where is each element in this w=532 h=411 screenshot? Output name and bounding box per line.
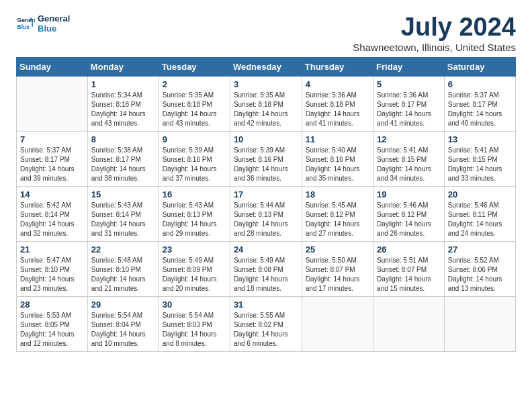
calendar-cell: 31Sunrise: 5:55 AMSunset: 8:02 PMDayligh… bbox=[230, 296, 302, 351]
cell-details: Sunrise: 5:45 AMSunset: 8:12 PMDaylight:… bbox=[306, 201, 369, 238]
calendar-cell: 26Sunrise: 5:51 AMSunset: 8:07 PMDayligh… bbox=[373, 241, 445, 296]
weekday-header-monday: Monday bbox=[87, 57, 159, 76]
day-number: 19 bbox=[377, 189, 441, 199]
day-number: 21 bbox=[20, 244, 84, 255]
calendar-cell: 4Sunrise: 5:36 AMSunset: 8:18 PMDaylight… bbox=[302, 76, 373, 131]
cell-details: Sunrise: 5:39 AMSunset: 8:16 PMDaylight:… bbox=[163, 146, 226, 183]
cell-details: Sunrise: 5:37 AMSunset: 8:17 PMDaylight:… bbox=[448, 91, 512, 128]
day-number: 10 bbox=[234, 134, 298, 144]
day-number: 31 bbox=[234, 300, 298, 310]
day-number: 4 bbox=[306, 79, 369, 89]
cell-details: Sunrise: 5:54 AMSunset: 8:03 PMDaylight:… bbox=[163, 311, 226, 349]
page-subtitle: Shawneetown, Illinois, United States bbox=[353, 42, 516, 53]
weekday-header-friday: Friday bbox=[373, 57, 445, 76]
weekday-header-tuesday: Tuesday bbox=[159, 57, 230, 76]
cell-details: Sunrise: 5:40 AMSunset: 8:16 PMDaylight:… bbox=[306, 146, 369, 183]
calendar-cell: 6Sunrise: 5:37 AMSunset: 8:17 PMDaylight… bbox=[444, 76, 515, 131]
logo-general: General bbox=[38, 13, 70, 24]
day-number: 5 bbox=[377, 79, 441, 89]
cell-details: Sunrise: 5:35 AMSunset: 8:18 PMDaylight:… bbox=[234, 91, 298, 128]
weekday-header-row: SundayMondayTuesdayWednesdayThursdayFrid… bbox=[17, 57, 516, 76]
calendar-cell bbox=[444, 296, 515, 351]
calendar-cell: 15Sunrise: 5:43 AMSunset: 8:14 PMDayligh… bbox=[87, 186, 159, 241]
page-title: July 2024 bbox=[353, 13, 516, 42]
calendar-cell: 13Sunrise: 5:41 AMSunset: 8:15 PMDayligh… bbox=[444, 131, 515, 186]
calendar-cell: 8Sunrise: 5:38 AMSunset: 8:17 PMDaylight… bbox=[87, 131, 159, 186]
day-number: 14 bbox=[20, 189, 84, 199]
calendar-cell: 29Sunrise: 5:54 AMSunset: 8:04 PMDayligh… bbox=[87, 296, 159, 351]
calendar-cell: 1Sunrise: 5:34 AMSunset: 8:18 PMDaylight… bbox=[87, 76, 159, 131]
calendar-cell: 12Sunrise: 5:41 AMSunset: 8:15 PMDayligh… bbox=[373, 131, 445, 186]
cell-details: Sunrise: 5:34 AMSunset: 8:18 PMDaylight:… bbox=[91, 91, 155, 128]
week-row-3: 14Sunrise: 5:42 AMSunset: 8:14 PMDayligh… bbox=[17, 186, 516, 241]
cell-details: Sunrise: 5:47 AMSunset: 8:10 PMDaylight:… bbox=[20, 256, 84, 293]
day-number: 1 bbox=[91, 79, 155, 89]
calendar-cell: 3Sunrise: 5:35 AMSunset: 8:18 PMDaylight… bbox=[230, 76, 302, 131]
week-row-4: 21Sunrise: 5:47 AMSunset: 8:10 PMDayligh… bbox=[17, 241, 516, 296]
day-number: 29 bbox=[91, 300, 155, 310]
calendar-cell: 25Sunrise: 5:50 AMSunset: 8:07 PMDayligh… bbox=[302, 241, 373, 296]
cell-details: Sunrise: 5:35 AMSunset: 8:18 PMDaylight:… bbox=[163, 91, 226, 128]
week-row-2: 7Sunrise: 5:37 AMSunset: 8:17 PMDaylight… bbox=[17, 131, 516, 186]
calendar-cell: 7Sunrise: 5:37 AMSunset: 8:17 PMDaylight… bbox=[17, 131, 88, 186]
cell-details: Sunrise: 5:49 AMSunset: 8:08 PMDaylight:… bbox=[234, 256, 298, 293]
day-number: 22 bbox=[91, 244, 155, 255]
calendar-cell: 19Sunrise: 5:46 AMSunset: 8:12 PMDayligh… bbox=[373, 186, 445, 241]
cell-details: Sunrise: 5:36 AMSunset: 8:18 PMDaylight:… bbox=[306, 91, 369, 128]
cell-details: Sunrise: 5:41 AMSunset: 8:15 PMDaylight:… bbox=[448, 146, 512, 183]
calendar-table: SundayMondayTuesdayWednesdayThursdayFrid… bbox=[16, 57, 516, 352]
calendar-cell: 11Sunrise: 5:40 AMSunset: 8:16 PMDayligh… bbox=[302, 131, 373, 186]
calendar-cell: 30Sunrise: 5:54 AMSunset: 8:03 PMDayligh… bbox=[159, 296, 230, 351]
title-block: July 2024 Shawneetown, Illinois, United … bbox=[353, 13, 516, 53]
cell-details: Sunrise: 5:38 AMSunset: 8:17 PMDaylight:… bbox=[91, 146, 155, 183]
calendar-cell bbox=[302, 296, 373, 351]
calendar-cell: 22Sunrise: 5:48 AMSunset: 8:10 PMDayligh… bbox=[87, 241, 159, 296]
calendar-cell: 2Sunrise: 5:35 AMSunset: 8:18 PMDaylight… bbox=[159, 76, 230, 131]
cell-details: Sunrise: 5:44 AMSunset: 8:13 PMDaylight:… bbox=[234, 201, 298, 238]
cell-details: Sunrise: 5:39 AMSunset: 8:16 PMDaylight:… bbox=[234, 146, 298, 183]
day-number: 3 bbox=[234, 79, 298, 89]
day-number: 17 bbox=[234, 189, 298, 199]
cell-details: Sunrise: 5:52 AMSunset: 8:06 PMDaylight:… bbox=[448, 256, 512, 293]
weekday-header-sunday: Sunday bbox=[17, 57, 88, 76]
day-number: 26 bbox=[377, 244, 441, 255]
day-number: 23 bbox=[163, 244, 226, 255]
cell-details: Sunrise: 5:43 AMSunset: 8:14 PMDaylight:… bbox=[91, 201, 155, 238]
day-number: 6 bbox=[448, 79, 512, 89]
calendar-cell: 20Sunrise: 5:46 AMSunset: 8:11 PMDayligh… bbox=[444, 186, 515, 241]
calendar-cell: 16Sunrise: 5:43 AMSunset: 8:13 PMDayligh… bbox=[159, 186, 230, 241]
day-number: 7 bbox=[20, 134, 84, 144]
cell-details: Sunrise: 5:36 AMSunset: 8:17 PMDaylight:… bbox=[377, 91, 441, 128]
week-row-1: 1Sunrise: 5:34 AMSunset: 8:18 PMDaylight… bbox=[17, 76, 516, 131]
calendar-cell: 27Sunrise: 5:52 AMSunset: 8:06 PMDayligh… bbox=[444, 241, 515, 296]
logo-blue: Blue bbox=[38, 24, 70, 34]
cell-details: Sunrise: 5:51 AMSunset: 8:07 PMDaylight:… bbox=[377, 256, 441, 293]
calendar-cell: 18Sunrise: 5:45 AMSunset: 8:12 PMDayligh… bbox=[302, 186, 373, 241]
header: General Blue General Blue July 2024 Shaw… bbox=[16, 13, 516, 53]
logo-icon: General Blue bbox=[16, 14, 35, 33]
cell-details: Sunrise: 5:55 AMSunset: 8:02 PMDaylight:… bbox=[234, 311, 298, 349]
cell-details: Sunrise: 5:37 AMSunset: 8:17 PMDaylight:… bbox=[20, 146, 84, 183]
day-number: 9 bbox=[163, 134, 226, 144]
cell-details: Sunrise: 5:46 AMSunset: 8:11 PMDaylight:… bbox=[448, 201, 512, 238]
calendar-cell: 24Sunrise: 5:49 AMSunset: 8:08 PMDayligh… bbox=[230, 241, 302, 296]
cell-details: Sunrise: 5:42 AMSunset: 8:14 PMDaylight:… bbox=[20, 201, 84, 238]
cell-details: Sunrise: 5:53 AMSunset: 8:05 PMDaylight:… bbox=[20, 311, 84, 349]
calendar-cell: 10Sunrise: 5:39 AMSunset: 8:16 PMDayligh… bbox=[230, 131, 302, 186]
day-number: 8 bbox=[91, 134, 155, 144]
cell-details: Sunrise: 5:50 AMSunset: 8:07 PMDaylight:… bbox=[306, 256, 369, 293]
calendar-cell: 28Sunrise: 5:53 AMSunset: 8:05 PMDayligh… bbox=[17, 296, 88, 351]
week-row-5: 28Sunrise: 5:53 AMSunset: 8:05 PMDayligh… bbox=[17, 296, 516, 351]
calendar-cell: 23Sunrise: 5:49 AMSunset: 8:09 PMDayligh… bbox=[159, 241, 230, 296]
calendar-cell bbox=[17, 76, 88, 131]
calendar-cell: 21Sunrise: 5:47 AMSunset: 8:10 PMDayligh… bbox=[17, 241, 88, 296]
day-number: 28 bbox=[20, 300, 84, 310]
svg-text:Blue: Blue bbox=[17, 24, 30, 30]
weekday-header-thursday: Thursday bbox=[302, 57, 373, 76]
day-number: 27 bbox=[448, 244, 512, 255]
calendar-cell: 17Sunrise: 5:44 AMSunset: 8:13 PMDayligh… bbox=[230, 186, 302, 241]
day-number: 24 bbox=[234, 244, 298, 255]
day-number: 20 bbox=[448, 189, 512, 199]
cell-details: Sunrise: 5:48 AMSunset: 8:10 PMDaylight:… bbox=[91, 256, 155, 293]
calendar-cell bbox=[373, 296, 445, 351]
